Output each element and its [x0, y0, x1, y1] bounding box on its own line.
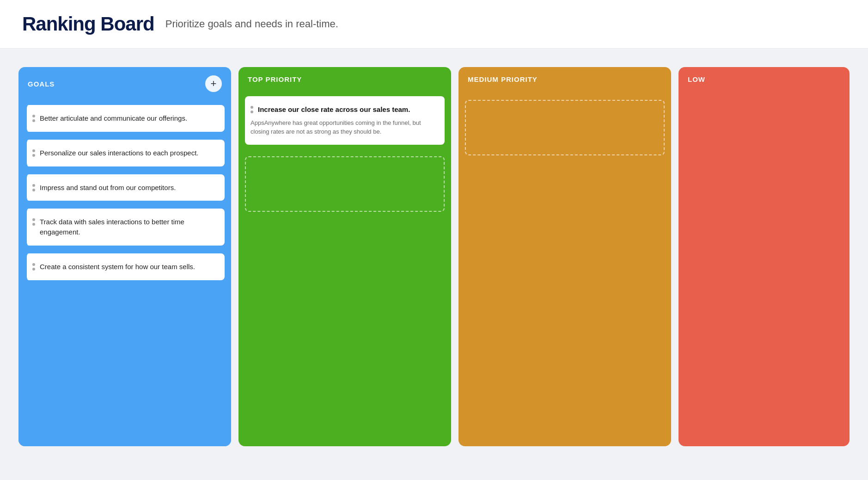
goal-card-wrapper-1: Better articulate and communicate our of…: [25, 105, 225, 136]
goal-card-wrapper-3: Impress and stand out from our competito…: [25, 174, 225, 205]
top-priority-column-title: TOP PRIORITY: [248, 75, 302, 83]
goal-card-wrapper-2: Personalize our sales interactions to ea…: [25, 140, 225, 171]
top-priority-card-1[interactable]: Increase our close rate across our sales…: [245, 96, 445, 145]
goal-card-wrapper-4: Track data with sales interactions to be…: [25, 209, 225, 250]
goals-column-content: Better articulate and communicate our of…: [18, 100, 231, 446]
goal-card-5[interactable]: Create a consistent system for how our t…: [25, 253, 225, 280]
dot: [32, 189, 35, 191]
top-card-wrapper-1: Increase our close rate across our sales…: [245, 96, 445, 149]
low-priority-column-header: LOW: [679, 67, 850, 92]
dot: [32, 263, 35, 266]
top-priority-drop-zone[interactable]: [245, 156, 445, 212]
drag-handle-5: [32, 262, 35, 271]
goal-card-wrapper-5: Create a consistent system for how our t…: [25, 253, 225, 284]
dot: [251, 111, 253, 113]
top-priority-card-body-1: AppsAnywhere has great opportunities com…: [251, 118, 437, 136]
goal-card-text-2: Personalize our sales interactions to ea…: [40, 148, 199, 158]
dot: [32, 223, 35, 226]
drag-handle-top-1: [251, 105, 253, 113]
dot: [32, 119, 35, 122]
top-priority-card-title-1: Increase our close rate across our sales…: [258, 105, 410, 115]
goal-card-1[interactable]: Better articulate and communicate our of…: [25, 105, 225, 132]
page-header: Ranking Board Prioritize goals and needs…: [0, 0, 868, 49]
medium-priority-drop-zone[interactable]: [465, 100, 665, 155]
goal-card-text-5: Create a consistent system for how our t…: [40, 262, 195, 272]
goal-card-3[interactable]: Impress and stand out from our competito…: [25, 174, 225, 201]
medium-priority-column-title: MEDIUM PRIORITY: [468, 75, 538, 83]
top-priority-column-content: Increase our close rate across our sales…: [238, 92, 451, 446]
drag-handle-4: [32, 217, 35, 226]
goal-card-text-1: Better articulate and communicate our of…: [40, 113, 187, 123]
dot: [251, 106, 253, 109]
low-priority-column: LOW: [679, 67, 850, 446]
drag-handle-1: [32, 113, 35, 122]
dot: [32, 268, 35, 271]
goals-column-title: GOALS: [28, 80, 55, 88]
page-title: Ranking Board: [22, 13, 154, 35]
top-priority-card-header: Increase our close rate across our sales…: [251, 105, 437, 115]
top-priority-column: TOP PRIORITY Increase our close rate acr…: [238, 67, 451, 446]
dot: [32, 154, 35, 157]
medium-priority-column: MEDIUM PRIORITY: [458, 67, 671, 446]
goal-card-text-3: Impress and stand out from our competito…: [40, 183, 176, 193]
dot: [32, 115, 35, 117]
page-subtitle: Prioritize goals and needs in real-time.: [165, 18, 338, 30]
goal-card-4[interactable]: Track data with sales interactions to be…: [25, 209, 225, 246]
goal-card-2[interactable]: Personalize our sales interactions to ea…: [25, 140, 225, 166]
board-area: GOALS + Better articulate and communicat…: [0, 49, 868, 480]
goals-column: GOALS + Better articulate and communicat…: [18, 67, 231, 446]
drag-handle-2: [32, 148, 35, 157]
low-priority-column-content: [679, 92, 850, 446]
goals-column-header: GOALS +: [18, 67, 231, 100]
dot: [32, 149, 35, 152]
goal-card-text-4: Track data with sales interactions to be…: [40, 217, 217, 237]
medium-priority-column-header: MEDIUM PRIORITY: [458, 67, 671, 92]
dot: [32, 184, 35, 187]
dot: [32, 218, 35, 221]
medium-priority-column-content: [458, 92, 671, 446]
top-priority-column-header: TOP PRIORITY: [238, 67, 451, 92]
drag-handle-3: [32, 183, 35, 191]
low-priority-column-title: LOW: [688, 75, 705, 83]
add-goal-button[interactable]: +: [205, 75, 222, 92]
